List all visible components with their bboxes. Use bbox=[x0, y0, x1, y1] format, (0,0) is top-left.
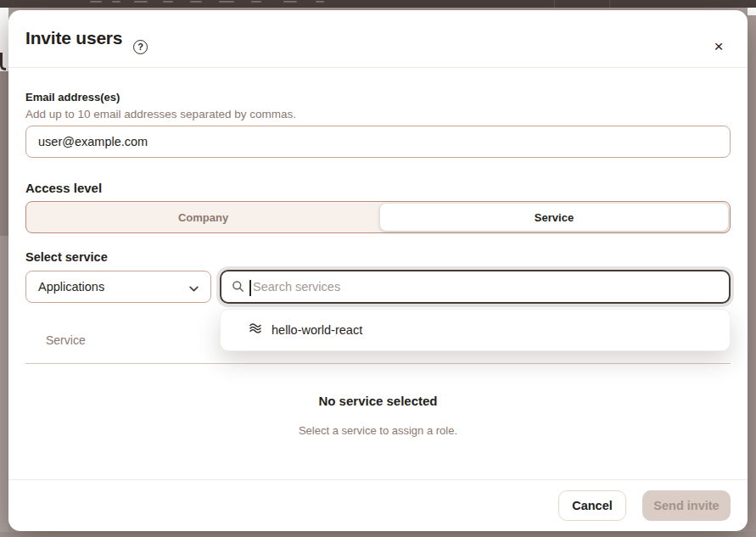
topbar-text-fragment bbox=[219, 1, 234, 3]
search-result-label: hello-world-react bbox=[272, 323, 362, 337]
page-edge-right bbox=[748, 8, 756, 15]
page-heading-fragment bbox=[0, 53, 6, 70]
select-service-label: Select service bbox=[25, 250, 108, 264]
page-edge-left bbox=[0, 236, 8, 532]
header-divider bbox=[8, 67, 748, 68]
access-option-company[interactable]: Company bbox=[26, 202, 380, 232]
email-helper-text: Add up to 10 email addresses separated b… bbox=[25, 108, 296, 120]
empty-state-subtitle: Select a service to assign a role. bbox=[8, 424, 748, 437]
topbar-text-fragment bbox=[163, 1, 173, 3]
service-column-header: Service bbox=[46, 333, 86, 347]
footer-divider bbox=[8, 479, 748, 480]
service-category-select[interactable]: Applications bbox=[25, 271, 211, 303]
access-option-service[interactable]: Service bbox=[380, 204, 728, 231]
service-category-value: Applications bbox=[38, 280, 104, 294]
topbar-text-fragment bbox=[134, 1, 148, 3]
search-result-item[interactable]: hello-world-react bbox=[221, 310, 730, 350]
topbar-text-fragment bbox=[251, 1, 261, 3]
page-topbar bbox=[0, 0, 756, 8]
topbar-text-fragment bbox=[190, 1, 202, 3]
cancel-button[interactable]: Cancel bbox=[558, 490, 626, 521]
topbar-text-fragment bbox=[90, 1, 102, 3]
invite-users-modal: Invite users ? × Email address(es) Add u… bbox=[8, 10, 748, 531]
search-input[interactable] bbox=[249, 280, 720, 294]
send-invite-button[interactable]: Send invite bbox=[642, 490, 731, 521]
topbar-divider bbox=[554, 0, 555, 8]
modal-header: Invite users ? × bbox=[8, 10, 748, 67]
help-icon[interactable]: ? bbox=[133, 40, 148, 54]
service-search-box bbox=[220, 270, 731, 304]
email-input[interactable] bbox=[25, 126, 731, 158]
list-divider bbox=[25, 363, 731, 364]
modal-title: Invite users bbox=[25, 28, 122, 48]
access-level-label: Access level bbox=[25, 181, 102, 195]
chevron-down-icon bbox=[188, 282, 199, 298]
topbar-text-fragment bbox=[112, 1, 120, 3]
topbar-text-fragment bbox=[316, 1, 324, 3]
empty-state-title: No service selected bbox=[8, 394, 748, 408]
page-edge-bottom bbox=[0, 532, 756, 537]
access-level-segmented-control: Company Service bbox=[25, 201, 731, 233]
search-results-dropdown: hello-world-react bbox=[220, 309, 731, 351]
topbar-divider bbox=[609, 0, 610, 8]
search-icon bbox=[232, 280, 244, 296]
service-stack-icon bbox=[249, 322, 262, 338]
close-icon[interactable]: × bbox=[708, 36, 729, 57]
text-caret bbox=[249, 280, 251, 296]
email-label: Email address(es) bbox=[25, 91, 120, 103]
page-edge-right bbox=[748, 15, 756, 532]
topbar-text-fragment bbox=[283, 1, 297, 3]
page-edge-left bbox=[0, 71, 8, 236]
